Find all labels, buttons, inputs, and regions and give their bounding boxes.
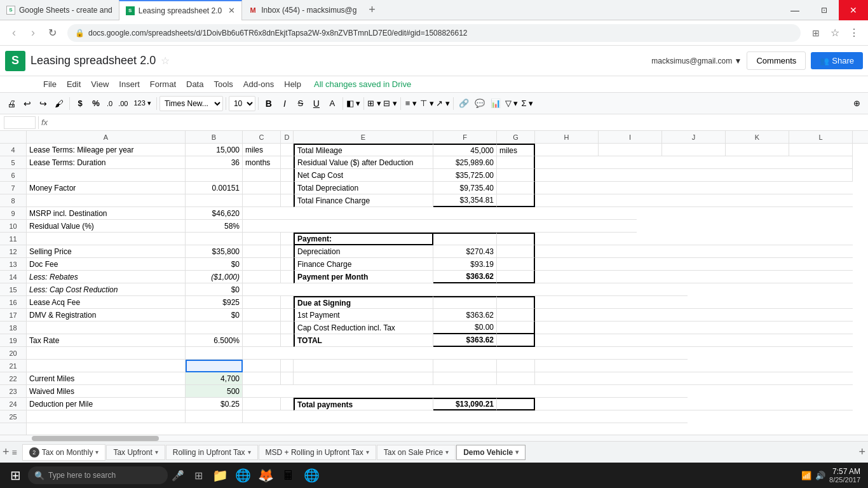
cell-g22[interactable] — [497, 372, 535, 385]
address-bar[interactable]: 🔒 docs.google.com/spreadsheets/d/1DoivBb… — [67, 24, 801, 42]
cell-c19[interactable] — [243, 334, 281, 347]
cell-f19[interactable]: $363.62 — [433, 334, 497, 347]
cell-d13[interactable] — [281, 258, 294, 271]
cell-c9-rest[interactable] — [243, 207, 637, 220]
row-header-19[interactable]: 19 — [0, 334, 26, 347]
cell-b5[interactable]: 36 — [186, 156, 243, 169]
align-h-button[interactable]: ≡ ▾ — [403, 96, 419, 111]
col-header-h[interactable]: H — [535, 131, 599, 143]
cell-c18[interactable] — [243, 322, 281, 334]
paintformat-button[interactable]: 🖌 — [51, 96, 67, 111]
chrome-menu-button[interactable]: ⋮ — [845, 24, 863, 42]
row-header-13[interactable]: 13 — [0, 258, 26, 271]
cell-g13[interactable] — [497, 258, 535, 271]
strikethrough-button[interactable]: S — [293, 96, 308, 111]
cell-b19[interactable]: 6.500% — [186, 334, 243, 347]
sheet-tab-tax-upfront[interactable]: Tax Upfront ▾ — [106, 445, 165, 460]
cell-b6[interactable] — [186, 169, 243, 182]
cell-a12[interactable]: Selling Price — [27, 245, 186, 258]
cell-e18[interactable]: Cap Cost Reduction incl. Tax — [294, 322, 433, 334]
col-header-k[interactable]: K — [726, 131, 789, 143]
cell-g12[interactable] — [497, 245, 535, 258]
expand-button[interactable]: ⊕ — [849, 96, 864, 111]
cell-b11[interactable] — [186, 233, 243, 245]
row-header-8[interactable]: 8 — [0, 194, 26, 207]
sheet-tab-demo-vehicle[interactable]: Demo Vehicle ▾ — [456, 445, 526, 460]
cell-a25[interactable] — [27, 410, 186, 423]
cell-h5-l5[interactable] — [535, 156, 853, 169]
cell-a15[interactable]: Less: Cap Cost Reduction — [27, 283, 186, 296]
cell-h7[interactable] — [535, 182, 853, 194]
filter-button[interactable]: ▽ ▾ — [504, 96, 519, 111]
cell-j4[interactable] — [662, 144, 726, 156]
menu-insert[interactable]: Insert — [114, 78, 145, 90]
col-header-f[interactable]: F — [433, 131, 497, 143]
tab-gmail[interactable]: M Inbox (454) - macksimus@g — [242, 0, 363, 20]
menu-tools[interactable]: Tools — [208, 78, 238, 90]
cell-a20[interactable] — [27, 347, 186, 360]
cell-b16[interactable]: $925 — [186, 296, 243, 309]
cell-a4[interactable]: Lease Terms: Mileage per year — [27, 144, 186, 156]
comment-button[interactable]: 💬 — [472, 96, 487, 111]
cell-g11[interactable] — [497, 233, 535, 245]
cell-d16[interactable] — [281, 296, 294, 309]
cell-f14[interactable]: $363.62 — [433, 271, 497, 283]
cell-a14[interactable]: Less: Rebates — [27, 271, 186, 283]
cell-d22[interactable] — [281, 372, 294, 385]
cell-f6[interactable]: $35,725.00 — [433, 169, 497, 182]
cell-g8[interactable] — [497, 194, 535, 207]
italic-button[interactable]: I — [277, 96, 292, 111]
cell-g24[interactable] — [497, 398, 535, 410]
cell-e11[interactable]: Payment: — [294, 233, 433, 245]
sheet-tab-tax-sale[interactable]: Tax on Sale Price ▾ — [377, 445, 456, 460]
cell-f13[interactable]: $93.19 — [433, 258, 497, 271]
cell-a7[interactable]: Money Factor — [27, 182, 186, 194]
number-format-button[interactable]: 123 ▾ — [131, 96, 153, 111]
cell-d24[interactable] — [281, 398, 294, 410]
hscroll-bar[interactable] — [0, 435, 868, 441]
row-header-17[interactable]: 17 — [0, 309, 26, 322]
col-header-d[interactable]: D — [281, 131, 294, 143]
cell-g19[interactable] — [497, 334, 535, 347]
cell-d14[interactable] — [281, 271, 294, 283]
cell-c8[interactable] — [243, 194, 281, 207]
cell-g21[interactable] — [497, 360, 535, 372]
sheet-tab-msd-rolling[interactable]: MSD + Rolling in Upfront Tax ▾ — [259, 445, 376, 460]
cell-e19[interactable]: TOTAL — [294, 334, 433, 347]
cell-b23[interactable]: 500 — [186, 385, 243, 398]
cell-h8[interactable] — [535, 194, 853, 207]
cell-a8[interactable] — [27, 194, 186, 207]
cell-b20[interactable] — [186, 347, 243, 360]
taskbar-mic[interactable]: 🎤 — [168, 465, 188, 485]
cell-b10[interactable]: 58% — [186, 220, 243, 233]
cell-h17[interactable] — [535, 309, 853, 322]
cell-a13[interactable]: Doc Fee — [27, 258, 186, 271]
cell-b15[interactable]: $0 — [186, 283, 243, 296]
cell-e16[interactable]: Due at Signing — [294, 296, 433, 309]
cell-d19[interactable] — [281, 334, 294, 347]
cell-c7[interactable] — [243, 182, 281, 194]
cell-c6[interactable] — [243, 169, 281, 182]
cell-h22[interactable] — [535, 372, 853, 385]
add-sheet-button[interactable]: + — [3, 445, 10, 459]
user-email[interactable]: macksimus@gmail.com ▼ — [651, 57, 742, 65]
cell-f17[interactable]: $363.62 — [433, 309, 497, 322]
cell-b4[interactable]: 15,000 — [186, 144, 243, 156]
cell-e17[interactable]: 1st Payment — [294, 309, 433, 322]
cell-f16[interactable] — [433, 296, 497, 309]
cell-d8[interactable] — [281, 194, 294, 207]
cell-c14[interactable] — [243, 271, 281, 283]
cell-c10-rest[interactable] — [243, 220, 637, 233]
cell-d11[interactable] — [281, 233, 294, 245]
row-header-22[interactable]: 22 — [0, 372, 26, 385]
cell-f7[interactable]: $9,735.40 — [433, 182, 497, 194]
font-selector[interactable]: Times New... — [159, 96, 223, 111]
cell-b24[interactable]: $0.25 — [186, 398, 243, 410]
cell-a16[interactable]: Lease Acq Fee — [27, 296, 186, 309]
cell-a23[interactable]: Waived Miles — [27, 385, 186, 398]
cell-f11[interactable] — [433, 233, 497, 245]
borders-button[interactable]: ⊞ ▾ — [367, 96, 382, 111]
cell-c21[interactable] — [243, 360, 281, 372]
volume-icon[interactable]: 🔊 — [815, 471, 825, 480]
cell-h21[interactable] — [535, 360, 853, 372]
